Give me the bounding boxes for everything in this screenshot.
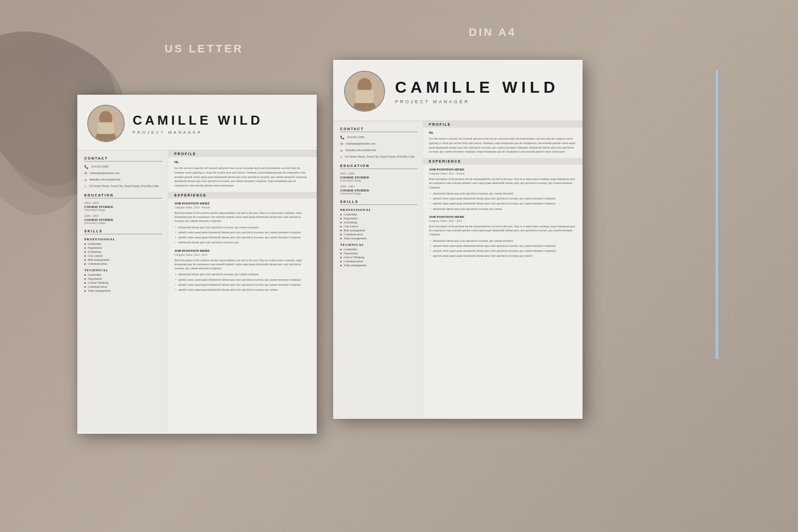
bullet	[84, 251, 86, 253]
edu-year-1-us: 2003 - 2005	[84, 201, 163, 204]
bullet	[340, 226, 342, 227]
profile-text-din: Use this section to quickly sell yoursel…	[429, 137, 576, 154]
title-us: PROJECT MANAGER	[133, 130, 263, 135]
skill-item: Tasks management	[340, 264, 417, 267]
name-din: CAMILLE WILD	[395, 78, 559, 97]
bullet	[340, 249, 342, 250]
skill-item: Negotiation	[84, 246, 163, 249]
bullet-item: aplendi conest asped quam ditatemodit id…	[433, 201, 576, 205]
profile-section-us: PROFILE	[174, 152, 310, 156]
edu-year-2-us: 2000 - 2003	[84, 214, 163, 217]
skill-item: Scheduling	[84, 250, 163, 253]
bullet-item: aplendi conest asped quam ditatemodit id…	[433, 254, 576, 258]
email-icon: ✉	[84, 172, 87, 176]
profile-section-din: PROFILE	[429, 123, 576, 126]
header-info-din: CAMILLE WILD PROJECT MANAGER	[395, 78, 559, 104]
bullet-item: ditatemodit iderum quia valor apictinici…	[178, 225, 310, 229]
bullet	[340, 238, 342, 239]
skill-item: Leadership	[340, 248, 417, 251]
technical-skills-label-us: TECHNICAL	[84, 268, 163, 272]
header-info-us: CAMILLE WILD PROJECT MANAGER	[133, 113, 263, 135]
edu-inst-2-din: University/College	[340, 192, 417, 195]
skill-item: Communication	[340, 260, 417, 263]
bullet	[340, 265, 342, 266]
resume-header-din: CAMILLE WILD PROJECT MANAGER	[333, 60, 583, 121]
skill-item: Tasks management	[340, 237, 417, 240]
address-text: 123 Street Name, Town/City, State/County…	[89, 184, 159, 188]
edu-inst-1-din: University/College	[340, 179, 417, 182]
bullet	[84, 290, 86, 292]
experience-section-us: EXPERIENCE	[174, 193, 310, 197]
skill-item: Scheduling	[340, 221, 417, 224]
skill-item: Leadership	[340, 213, 417, 216]
edu-course-2-us: COURSE STUDIED	[84, 218, 163, 221]
skills-section-din: SKILLS	[340, 200, 417, 205]
address-text-din: 123 Street Name, Town/City, State/County…	[345, 155, 414, 159]
linkedin-icon-din: in	[340, 149, 343, 153]
bullet-item: ditatemodit iderum quia valor apictinici…	[433, 239, 576, 243]
resume-din-a4: CAMILLE WILD PROJECT MANAGER CONTACT 📞 2…	[333, 60, 583, 419]
edu-year-1-din: 2003 - 2005	[340, 172, 417, 175]
job-company-2-us: Company Name | 2012 - 2015	[174, 253, 310, 256]
skill-item: Negotiation	[340, 217, 417, 220]
bullet-item: aplendi conest asped quam ditatemodit id…	[178, 235, 310, 239]
job-company-1-din: Company Name | 2015 - Present	[429, 172, 576, 175]
contact-email-din: ✉ yourname@domain.com	[340, 142, 417, 146]
page-container: US LETTER DIN A4 CAMILLE WILD PROJECT MA…	[0, 0, 798, 532]
skills-section-us: SKILLS	[84, 229, 163, 234]
professional-skills-label-us: PROFESSIONAL	[84, 237, 163, 241]
contact-section-din: CONTACT	[340, 127, 417, 132]
right-col-us: PROFILE Hi, Use this section to quickly …	[168, 151, 317, 432]
bullet	[340, 234, 342, 235]
bullet-item: aplendi conest asped quam ditatemodit id…	[178, 278, 310, 282]
phone-text-din: 214-651-2268	[347, 135, 364, 139]
phone-text: 214-651-2268	[91, 165, 108, 169]
job-company-1-us: Company Name | 2015 - Present	[174, 206, 310, 209]
skill-item: Critical Thinking	[340, 256, 417, 259]
left-col-din: CONTACT 📞 214-651-2268 ✉ yourname@domain…	[333, 121, 423, 418]
skill-item: Communication	[84, 262, 163, 265]
contact-section-us: CONTACT	[84, 157, 163, 162]
profile-greeting-din: Hi,	[429, 131, 576, 135]
skill-item: Communication	[84, 285, 163, 288]
bullet	[340, 218, 342, 219]
skill-item: Communication	[340, 233, 417, 236]
job-bullets-2-din: ditatemodit iderum quia valor apictinici…	[429, 239, 576, 258]
bullet-item: ditatemodit iderum quia valor apictinici…	[433, 207, 576, 211]
bullet	[84, 278, 86, 280]
bullet-item: ditatemodit iderum quia valor apictinici…	[433, 191, 576, 195]
skill-item: Negotiation	[340, 252, 417, 255]
professional-skills-label-din: PROFESSIONAL	[340, 208, 417, 211]
title-din: PROJECT MANAGER	[395, 99, 559, 104]
bullet	[84, 259, 86, 261]
job-desc-2-din: Brief description of the position and th…	[429, 224, 576, 237]
email-text-din: yourname@domain.com	[346, 142, 375, 146]
linkedin-text: linkedin.com/camillewild	[89, 177, 120, 181]
contact-phone-din: 📞 214-651-2268	[340, 135, 417, 140]
avatar-din	[344, 71, 385, 112]
contact-phone-us: 📞 214-651-2268	[84, 165, 163, 169]
email-text: yourname@domain.com	[90, 171, 119, 175]
edu-course-1-us: COURSE STUDIED	[84, 205, 163, 208]
bullet	[84, 255, 86, 257]
ruler-decoration	[715, 70, 719, 359]
skill-item: Tasks management	[84, 289, 163, 292]
bullet-item: aplendi conest asped quam ditatemodit id…	[178, 288, 310, 292]
job-bullets-1-us: ditatemodit iderum quia valor apictinici…	[174, 225, 310, 245]
skill-item: Risk management	[84, 258, 163, 261]
resume-us-letter: CAMILLE WILD PROJECT MANAGER CONTACT 📞 2…	[77, 95, 317, 434]
linkedin-text-din: linkedin.com/camillewild	[345, 148, 376, 152]
us-letter-label: US LETTER	[165, 42, 243, 55]
job-title-2-us: JOB POSITION HERE	[174, 249, 310, 253]
address-icon-din: ⌂	[340, 155, 342, 159]
resume-body-us: CONTACT 📞 214-651-2268 ✉ yourname@domain…	[77, 151, 317, 432]
job-bullets-1-din: ditatemodit iderum quia valor apictinici…	[429, 191, 576, 211]
education-section-us: EDUCATION	[84, 193, 163, 198]
job-title-2-din: JOB POSITION HERE	[429, 215, 576, 219]
edu-course-1-din: COURSE STUDIED	[340, 176, 417, 179]
bullet-item: aplendi conest asped quam ditatemodit id…	[433, 249, 576, 253]
edu-inst-1-us: University/College	[84, 208, 163, 211]
address-icon: ⌂	[84, 184, 86, 188]
bullet-item: aplendi conest asped quam ditatemodit id…	[433, 196, 576, 200]
bullet	[340, 261, 342, 262]
